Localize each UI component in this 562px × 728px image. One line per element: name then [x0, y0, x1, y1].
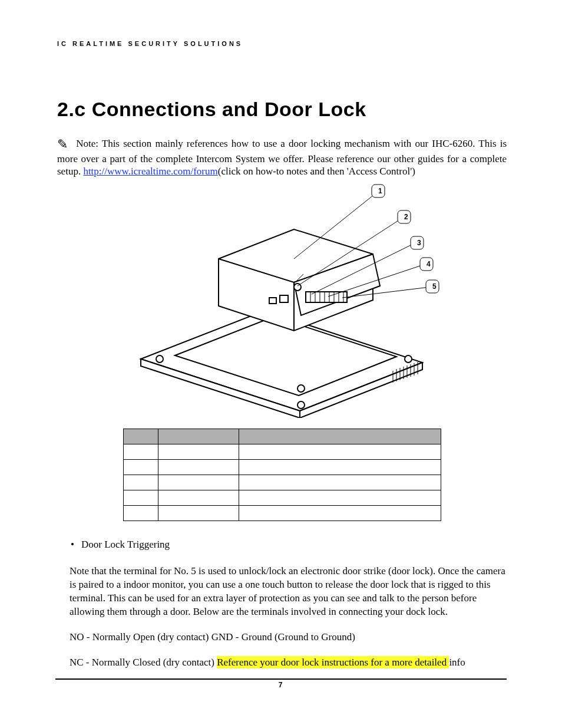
table-cell: [158, 444, 239, 460]
table-cell: [239, 444, 441, 460]
svg-point-15: [405, 355, 412, 363]
svg-rect-22: [306, 292, 347, 302]
table-header-cell: [239, 429, 441, 444]
nc-highlight: Reference your door lock instructions fo…: [217, 656, 449, 668]
callout-1: 1: [378, 187, 382, 195]
callout-3: 3: [417, 239, 421, 247]
table-header-row: [123, 429, 441, 444]
table-header-cell: [123, 429, 158, 444]
connections-table: [123, 429, 441, 521]
callout-5: 5: [432, 282, 437, 291]
running-header: IC REALTIME SECURITY SOLUTIONS: [57, 40, 507, 47]
table-cell: [239, 506, 441, 521]
table-cell: [123, 475, 158, 490]
table-row: [123, 490, 441, 506]
note-text-post: (click on how-to notes and then 'Access …: [218, 166, 415, 177]
line-nc: NC - Normally Closed (dry contact) Refer…: [70, 656, 507, 670]
page-number: 7: [279, 681, 284, 689]
table-cell: [239, 460, 441, 475]
svg-point-13: [297, 401, 305, 409]
callout-4: 4: [427, 260, 431, 268]
table-cell: [123, 444, 158, 460]
table-row: [123, 460, 441, 475]
table-header-cell: [158, 429, 239, 444]
device-diagram: 1 2 3 4 5: [57, 182, 507, 420]
document-page: IC REALTIME SECURITY SOLUTIONS 2.c Conne…: [0, 0, 562, 728]
table-cell: [123, 460, 158, 475]
bullet-door-lock-triggering: Door Lock Triggering: [70, 539, 507, 551]
page-footer: 7: [55, 678, 507, 689]
svg-point-12: [156, 355, 163, 363]
table-cell: [123, 490, 158, 506]
table-row: [123, 506, 441, 521]
table-cell: [123, 506, 158, 521]
pencil-icon: ✎: [57, 136, 68, 153]
table-cell: [239, 475, 441, 490]
table-row: [123, 444, 441, 460]
nc-text: NC - Normally Closed (dry contact): [70, 657, 217, 668]
table-cell: [239, 490, 441, 506]
table-row: [123, 475, 441, 490]
device-svg: 1 2 3 4 5: [117, 182, 447, 418]
callout-2: 2: [404, 213, 408, 221]
svg-rect-33: [280, 295, 288, 302]
forum-link[interactable]: http://www.icrealtime.com/forum: [83, 166, 217, 177]
paragraph-description: Note that the terminal for No. 5 is used…: [70, 565, 507, 619]
nc-text-tail: info: [449, 657, 465, 668]
section-title: 2.c Connections and Door Lock: [57, 98, 507, 121]
line-no-gnd: NO - Normally Open (dry contact) GND - G…: [70, 631, 507, 644]
svg-point-14: [297, 385, 305, 392]
svg-rect-34: [269, 298, 276, 304]
table-cell: [158, 490, 239, 506]
body-section: Door Lock Triggering Note that the termi…: [57, 539, 507, 670]
table-cell: [158, 475, 239, 490]
note-paragraph: ✎ Note: This section mainly references h…: [57, 136, 507, 177]
table-cell: [158, 460, 239, 475]
table-cell: [158, 506, 239, 521]
